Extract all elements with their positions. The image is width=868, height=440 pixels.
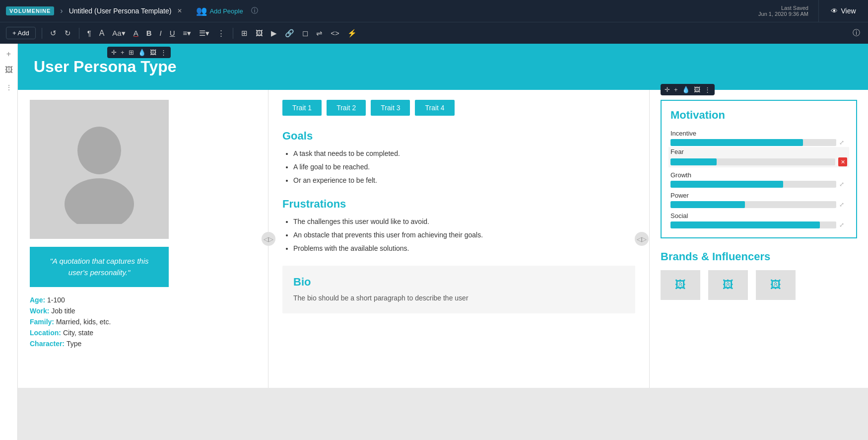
left-collapse-arrow[interactable]: ◁▷ — [262, 232, 275, 246]
goals-list: A task that needs to be completed. A lif… — [282, 148, 635, 186]
social-track — [670, 221, 836, 228]
brands-title: Brands & Influencers — [661, 250, 857, 263]
left-panel: "A quotation that captures this user's p… — [18, 90, 268, 388]
power-track — [670, 201, 836, 208]
video-icon[interactable]: ▶ — [269, 28, 279, 39]
motivation-block: ✛ + 💧 🖼 ⋮ Motivation Incentive ⤢ — [661, 100, 857, 238]
font-aa-icon[interactable]: Aa▾ — [110, 28, 127, 39]
middle-panel: Trait 1 Trait 2 Trait 3 Trait 4 Goals A … — [268, 90, 650, 388]
list-icon[interactable]: ☰▾ — [197, 28, 211, 39]
add-people-icon: 👥 — [196, 5, 207, 16]
growth-expand-icon[interactable]: ⤢ — [839, 181, 847, 188]
svg-point-0 — [77, 127, 121, 174]
italic-icon[interactable]: I — [158, 28, 164, 38]
brand-icon-3: 🖼 — [770, 279, 781, 292]
social-expand-icon[interactable]: ⤢ — [839, 221, 847, 228]
avatar — [30, 100, 169, 239]
bio-title: Bio — [293, 276, 624, 289]
right-panel: ✛ + 💧 🖼 ⋮ Motivation Incentive ⤢ — [650, 90, 868, 388]
underline-icon[interactable]: U — [168, 28, 177, 38]
last-saved-area: Last Saved Jun 1, 2020 9:36 AM — [758, 0, 808, 22]
location-label: Location: — [30, 329, 63, 337]
brand-placeholder-3: 🖼 — [756, 270, 796, 300]
fear-delete-icon[interactable]: ✕ — [838, 157, 847, 166]
view-button[interactable]: 👁 View — [818, 0, 868, 22]
undo-icon[interactable]: ↺ — [48, 28, 59, 39]
font-color-icon[interactable]: A — [132, 28, 140, 38]
sidebar-image-icon[interactable]: 🖼 — [3, 64, 15, 76]
fear-row: ✕ — [668, 156, 849, 167]
bold-icon[interactable]: B — [144, 28, 154, 38]
info-row-character: Character: Type — [30, 340, 256, 348]
add-people-button[interactable]: 👥 Add People — [196, 5, 243, 16]
power-fill — [670, 201, 745, 208]
add-people-label: Add People — [209, 7, 243, 15]
sidebar-more-icon[interactable]: ⋮ — [5, 83, 12, 91]
image-icon[interactable]: 🖼 — [254, 28, 265, 38]
fear-fill — [670, 158, 717, 165]
character-value: Type — [67, 340, 81, 348]
growth-row: ⤢ — [670, 181, 847, 188]
trait-button-2[interactable]: Trait 2 — [327, 100, 366, 116]
trait-button-4[interactable]: Trait 4 — [415, 100, 454, 116]
incentive-fill — [670, 139, 803, 146]
last-saved-date: Jun 1, 2020 9:36 AM — [758, 11, 808, 17]
add-button[interactable]: + Add — [6, 27, 36, 39]
button-icon[interactable]: ◻ — [300, 28, 310, 39]
toolbar-separator — [79, 28, 79, 39]
brand-placeholder-1: 🖼 — [661, 270, 700, 300]
logo-area: VOLUMENINE › Untitled (User Persona Temp… — [6, 6, 182, 15]
social-row: ⤢ — [670, 221, 847, 228]
mot-image-icon[interactable]: 🖼 — [694, 86, 700, 93]
mot-move-icon[interactable]: ✛ — [665, 86, 670, 93]
info-icon[interactable]: ⓘ — [251, 6, 258, 15]
right-collapse-arrow[interactable]: ◁▷ — [635, 232, 649, 246]
btb-drop-icon[interactable]: 💧 — [138, 49, 146, 56]
mot-more-icon[interactable]: ⋮ — [704, 86, 711, 93]
content-body: ◁▷ "A quotation that captures this user'… — [18, 90, 868, 388]
more-icon[interactable]: ⋮ — [215, 28, 227, 39]
toolbar-info-icon[interactable]: ⓘ — [851, 27, 862, 39]
mot-add-icon[interactable]: + — [674, 86, 678, 93]
btb-image-icon[interactable]: 🖼 — [150, 49, 156, 56]
trait-button-3[interactable]: Trait 3 — [371, 100, 410, 116]
info-row-age: Age: 1-100 — [30, 296, 256, 304]
incentive-expand-icon[interactable]: ⤢ — [839, 139, 847, 146]
table-icon[interactable]: ⊞ — [239, 28, 250, 39]
brand-placeholder-2: 🖼 — [708, 270, 748, 300]
incentive-label: Incentive — [670, 130, 847, 137]
font-a-icon[interactable]: A — [97, 28, 107, 39]
view-label: View — [841, 7, 856, 15]
lightning-icon[interactable]: ⚡ — [345, 28, 359, 39]
top-navigation: VOLUMENINE › Untitled (User Persona Temp… — [0, 0, 868, 22]
close-icon[interactable]: ✕ — [177, 7, 182, 14]
btb-move-icon[interactable]: ✛ — [111, 49, 117, 56]
view-icon: 👁 — [831, 7, 838, 15]
mot-drop-icon[interactable]: 💧 — [682, 86, 690, 93]
trait-button-1[interactable]: Trait 1 — [282, 100, 322, 116]
align-icon[interactable]: ≡▾ — [181, 28, 194, 39]
link-icon[interactable]: 🔗 — [283, 28, 296, 39]
family-label: Family: — [30, 318, 56, 326]
btb-add-icon[interactable]: + — [121, 49, 125, 56]
goals-item-3: Or an experience to be felt. — [293, 175, 635, 186]
paragraph-icon[interactable]: ¶ — [85, 28, 93, 38]
growth-track — [670, 181, 836, 188]
power-expand-icon[interactable]: ⤢ — [839, 201, 847, 208]
brand-icon-2: 🖼 — [723, 279, 734, 292]
logo[interactable]: VOLUMENINE — [6, 6, 54, 15]
work-value: Job title — [51, 307, 75, 315]
bio-text: The bio should be a short paragraph to d… — [293, 293, 624, 303]
power-label: Power — [670, 192, 847, 199]
incentive-track — [670, 139, 836, 146]
code-icon[interactable]: <> — [329, 28, 341, 38]
sidebar-add-icon[interactable]: + — [4, 48, 13, 61]
btb-grid-icon[interactable]: ⊞ — [129, 49, 134, 56]
motivation-title: Motivation — [670, 109, 847, 122]
redo-icon[interactable]: ↻ — [63, 28, 73, 39]
info-row-work: Work: Job title — [30, 307, 256, 315]
breadcrumb-separator: › — [60, 6, 63, 15]
btb-more-icon[interactable]: ⋮ — [160, 49, 167, 56]
frustrations-title: Frustrations — [282, 198, 635, 211]
share-icon[interactable]: ⇌ — [314, 28, 325, 39]
